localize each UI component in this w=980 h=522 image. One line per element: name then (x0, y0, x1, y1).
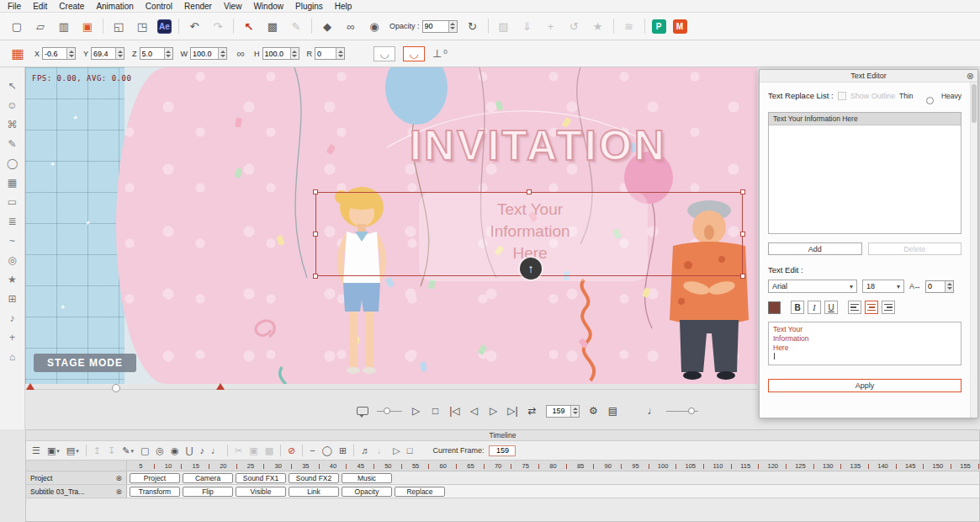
download-icon[interactable]: ⇓ (519, 18, 536, 35)
ease-curve-selected-icon[interactable]: ◡ (403, 46, 425, 61)
eye-icon[interactable]: ◉ (366, 18, 383, 35)
scrollbar-thumb[interactable] (972, 84, 977, 123)
onion-skin-icon[interactable]: ◎ (156, 446, 164, 455)
equalizer-icon[interactable]: ≋ (621, 18, 638, 35)
brush-icon[interactable]: ✎ (288, 18, 305, 35)
text-editor-titlebar[interactable]: Text Editor ⊗ (760, 70, 977, 83)
close-icon[interactable]: ⊗ (115, 474, 122, 482)
open-folder-icon[interactable]: ▱ (32, 18, 49, 35)
track-lane[interactable]: Transform Flip Visible Link Opacity Repl… (127, 485, 979, 498)
spacing-input[interactable] (926, 281, 945, 292)
comment-icon[interactable] (357, 407, 368, 415)
save-icon[interactable]: ▥ (56, 18, 72, 35)
undo-icon[interactable]: ↶ (186, 18, 203, 35)
zoom-fit-icon[interactable]: ⊞ (339, 446, 347, 455)
replace-list-item-header[interactable]: Text Your Information Here (769, 113, 961, 125)
move-down-icon[interactable]: ↧ (108, 446, 115, 455)
stage-title-text[interactable]: INVITATION (368, 121, 708, 170)
rotate-icon[interactable]: ↺ (566, 18, 583, 35)
y-input[interactable] (92, 48, 115, 59)
selection-handle[interactable] (313, 274, 318, 279)
after-effects-icon[interactable]: Ae (157, 19, 172, 34)
menu-file[interactable]: File (8, 2, 21, 11)
zoom-icon[interactable]: ◯ (322, 446, 332, 455)
screen-capture-icon[interactable]: ◱ (110, 18, 127, 35)
loop-button[interactable]: ⇄ (527, 406, 538, 416)
z-input[interactable] (140, 48, 164, 59)
note-tool-icon[interactable]: ♪ (10, 313, 15, 323)
keyframe-block[interactable]: Camera (183, 473, 233, 483)
redo-icon[interactable]: ↷ (209, 18, 226, 35)
font-color-swatch[interactable] (768, 301, 781, 314)
volume-slider[interactable] (666, 411, 698, 412)
magnet-icon[interactable]: ⋃ (186, 446, 193, 455)
keyframe-block[interactable]: Transform (130, 487, 180, 497)
comment-slider[interactable] (377, 411, 402, 412)
keyframe-block[interactable]: Sound FX1 (236, 473, 286, 483)
effects-icon[interactable]: ★ (590, 18, 607, 35)
grid-snap-icon[interactable]: ▦ (8, 45, 27, 61)
underline-button[interactable]: U (824, 301, 838, 314)
r-input[interactable] (315, 48, 336, 59)
lines-tool-icon[interactable]: ≣ (8, 216, 16, 226)
replace-list-body[interactable] (769, 125, 961, 233)
step-back-button[interactable]: ◁ (469, 406, 479, 416)
ease-curve-icon[interactable]: ◡ (373, 46, 395, 61)
work-area-track[interactable] (25, 389, 757, 390)
goto-start-button[interactable]: |◁ (449, 406, 460, 416)
kerning-icon[interactable]: A↔ (909, 282, 920, 290)
subtitle-text[interactable]: Text Your Information Here (408, 199, 652, 264)
selection-handle[interactable] (313, 232, 318, 237)
menu-control[interactable]: Control (146, 2, 172, 11)
keyframe-block[interactable]: Replace (395, 487, 445, 497)
frame-box-icon[interactable]: ▢ (140, 446, 149, 455)
w-input[interactable] (191, 48, 218, 59)
target-tool-icon[interactable]: ◎ (8, 255, 16, 265)
onion-skin-all-icon[interactable]: ◉ (171, 446, 179, 455)
align-left-button[interactable] (848, 301, 861, 314)
delete-frames-icon[interactable]: ⊘ (288, 446, 295, 455)
opacity-input[interactable] (423, 21, 448, 32)
cart-icon[interactable]: ▣ (79, 18, 96, 35)
italic-button[interactable]: I (808, 301, 821, 314)
mute-icon[interactable]: ♩ (377, 446, 386, 455)
apply-button[interactable]: Apply (768, 379, 961, 392)
spacing-spinner[interactable] (945, 281, 953, 292)
step-forward-button[interactable]: ▷ (488, 406, 499, 416)
close-icon[interactable]: ⊗ (115, 487, 122, 496)
m-plugin-icon[interactable]: M (673, 19, 687, 34)
menu-animation[interactable]: Animation (96, 2, 133, 11)
opacity-spinner[interactable] (448, 21, 457, 32)
work-area-end-marker[interactable] (216, 383, 225, 390)
x-input[interactable] (43, 48, 66, 59)
paste-icon[interactable]: ▩ (264, 18, 281, 35)
keyframe-block[interactable]: Music (342, 473, 392, 483)
keyframe-block[interactable]: Visible (236, 487, 286, 497)
zoom-out-icon[interactable]: − (310, 446, 315, 455)
timeline-stop-button[interactable]: □ (407, 446, 413, 455)
keyframe-block[interactable]: Sound FX2 (289, 473, 339, 483)
table-tool-icon[interactable]: ⊞ (8, 294, 16, 304)
add-button[interactable]: Add (768, 242, 862, 255)
align-center-button[interactable] (865, 301, 878, 314)
show-outline-checkbox[interactable] (838, 92, 846, 100)
paste-icon[interactable]: ▩ (265, 446, 273, 455)
ruler-ticks[interactable]: 5101520253035404550556065707580859095100… (127, 461, 979, 471)
select-tool-icon[interactable]: ↖ (8, 81, 16, 91)
note-icon[interactable]: ♩ (211, 446, 220, 455)
grid-tool-icon[interactable]: ▦ (8, 178, 17, 188)
display-mode-icon[interactable]: ▤ (607, 406, 618, 416)
h-input[interactable] (263, 48, 290, 59)
w-spinner[interactable] (218, 48, 226, 59)
select-arrow-icon[interactable]: ↖ (241, 18, 257, 35)
goto-end-button[interactable]: ▷| (507, 406, 518, 416)
menu-render[interactable]: Render (184, 2, 212, 11)
track-name[interactable]: Project ⊗ (26, 471, 127, 484)
selection-handle[interactable] (740, 232, 745, 237)
export-frame-icon[interactable]: ◳ (134, 18, 151, 35)
r-spinner[interactable] (336, 48, 344, 59)
keyframe-block[interactable]: Opacity (342, 487, 392, 497)
duplicate-icon[interactable]: ↻ (464, 18, 481, 35)
speaker-icon[interactable]: ♬ (361, 446, 370, 455)
p-plugin-icon[interactable]: P (652, 19, 666, 34)
